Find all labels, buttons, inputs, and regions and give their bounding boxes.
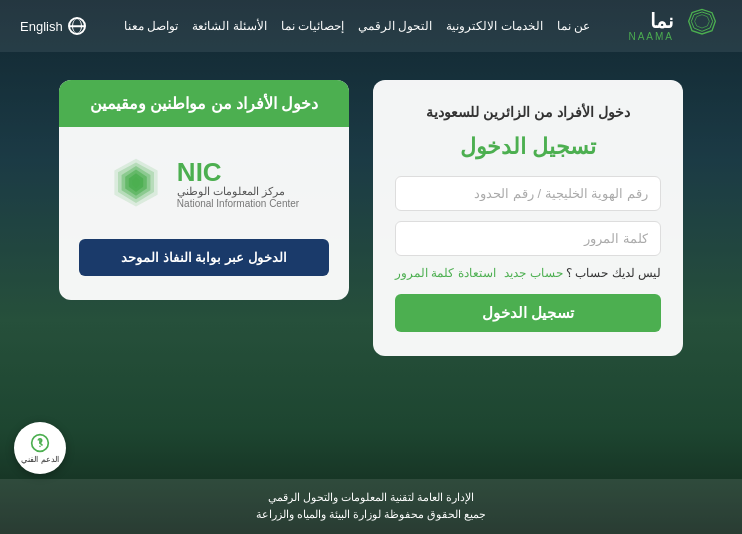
navbar: نما NAAMA عن نما الخدمات الالكترونية الت… (0, 0, 742, 52)
citizens-header-text: دخول الأفراد من مواطنين ومقيمين (90, 95, 319, 112)
unified-portal-button[interactable]: الدخول عبر بوابة النفاذ الموحد (79, 239, 329, 276)
nic-hexagon-icon (109, 157, 163, 211)
svg-point-10 (39, 445, 41, 447)
support-icon (30, 433, 50, 453)
globe-icon (68, 17, 86, 35)
logo-name-ar: نما (628, 11, 674, 31)
lang-label: English (20, 19, 63, 34)
nic-subtitle-en: National Information Center (177, 198, 299, 209)
logo-name-en: NAAMA (628, 31, 674, 42)
footer-line2: جميع الحقوق محفوظة لوزارة البيئة والمياه… (20, 506, 722, 524)
no-account-label: ليس لديك حساب ؟ (566, 266, 661, 280)
nav-digital[interactable]: التحول الرقمي (358, 19, 432, 33)
card-citizens: دخول الأفراد من مواطنين ومقيمين NIC مركز… (59, 80, 349, 300)
footer-line1: الإدارة العامة لتقنية المعلومات والتحول … (20, 489, 722, 507)
footer: الإدارة العامة لتقنية المعلومات والتحول … (0, 479, 742, 534)
naama-logo-icon (682, 8, 722, 44)
svg-marker-2 (695, 15, 710, 28)
nic-subtitle-ar: مركز المعلومات الوطني (177, 185, 285, 198)
card-visitors: دخول الأفراد من الزائرين للسعودية تسجيل … (373, 80, 683, 356)
nav-links: عن نما الخدمات الالكترونية التحول الرقمي… (124, 19, 590, 33)
login-heading: تسجيل الدخول (395, 134, 661, 160)
password-input[interactable] (395, 221, 661, 256)
nav-about[interactable]: عن نما (557, 19, 590, 33)
nic-title: NIC (177, 159, 222, 185)
citizens-header: دخول الأفراد من مواطنين ومقيمين (59, 80, 349, 127)
nav-faq[interactable]: الأسئلة الشائعة (192, 19, 266, 33)
support-button[interactable]: الدعم الفني (14, 422, 66, 474)
new-account-link[interactable]: حساب جديد (504, 266, 562, 280)
nav-stats[interactable]: إحصائيات نما (281, 19, 344, 33)
nav-services[interactable]: الخدمات الالكترونية (446, 19, 542, 33)
nav-contact[interactable]: تواصل معنا (124, 19, 178, 33)
forgot-password-link[interactable]: استعادة كلمة المرور (395, 266, 496, 280)
language-button[interactable]: English (20, 17, 86, 35)
form-links-row: ليس لديك حساب ؟ حساب جديد استعادة كلمة ا… (395, 266, 661, 280)
logo-area: نما NAAMA (628, 8, 722, 44)
nic-text-area: NIC مركز المعلومات الوطني National Infor… (177, 159, 299, 209)
no-account-row: ليس لديك حساب ؟ حساب جديد (504, 266, 661, 280)
login-button[interactable]: تسجيل الدخول (395, 294, 661, 332)
nic-logo-area: NIC مركز المعلومات الوطني National Infor… (109, 157, 299, 211)
svg-marker-0 (689, 9, 716, 34)
id-input[interactable] (395, 176, 661, 211)
main-content: دخول الأفراد من الزائرين للسعودية تسجيل … (0, 52, 742, 384)
citizens-body: NIC مركز المعلومات الوطني National Infor… (59, 127, 349, 300)
card-visitors-title: دخول الأفراد من الزائرين للسعودية (395, 104, 661, 120)
support-label: الدعم الفني (21, 455, 58, 464)
